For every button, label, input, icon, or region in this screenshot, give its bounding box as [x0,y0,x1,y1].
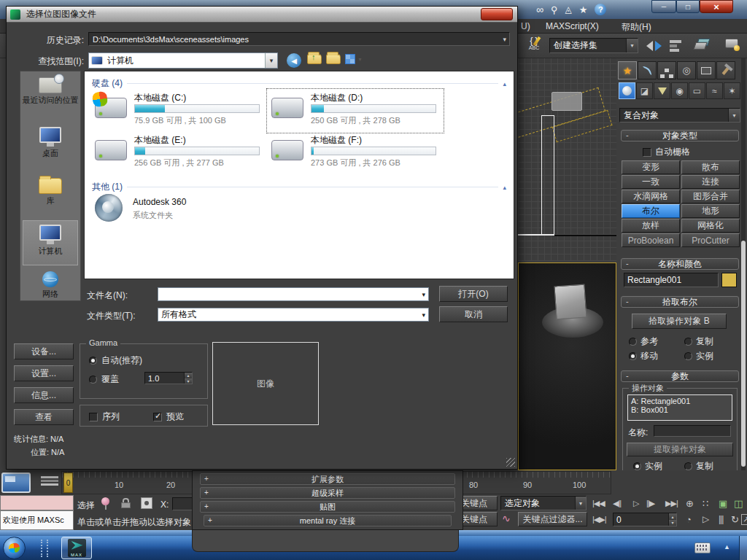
radio-extract-copy[interactable] [684,462,692,470]
cancel-button[interactable]: 取消 [439,306,508,322]
previous-frame-button[interactable]: ◀|| [613,499,621,508]
resize-grip[interactable] [506,458,515,467]
object-color-swatch[interactable] [721,273,737,287]
selection-set-dropdown[interactable]: 创建选择集 ▾ [549,38,638,53]
object-type-button[interactable]: 图形合并 [681,190,740,203]
go-to-end-button[interactable]: ▶▶| [665,499,678,508]
maxscript-listener-field[interactable]: 欢迎使用 MAXSc [0,510,74,530]
sidebar-item-network[interactable]: 网络 [20,271,80,300]
collapse-chevron-icon[interactable]: ▴ [503,184,506,191]
rollout-parameters[interactable]: - 参数 [621,370,739,382]
menu-item-fragment[interactable]: U) [521,21,530,31]
dropdown-arrow-icon[interactable]: ▾ [575,497,586,510]
object-type-button[interactable]: 水滴网格 [622,190,680,203]
transform-type-in-icon[interactable] [141,497,152,509]
time-slider[interactable]: 0 [63,472,73,493]
render-setup-icon[interactable] [725,39,741,53]
object-type-button[interactable]: 变形 [622,160,680,174]
input-method-icon[interactable] [694,542,711,553]
lookin-dropdown[interactable]: 计算机 ▾ [88,52,278,69]
key-mode-button[interactable]: |◀▶| [592,515,606,524]
object-type-button[interactable]: 连接 [681,175,740,189]
rollout-supersampling[interactable]: + 超级采样 [200,487,455,499]
dialog-titlebar[interactable]: 选择位图图像文件 [7,7,517,23]
sidebar-item-libraries[interactable]: 库 [20,178,80,206]
taskbar-app-3dsmax[interactable]: MAX [61,537,92,559]
tab-modify[interactable] [638,61,657,79]
filetype-dropdown[interactable]: 所有格式 ▾ [158,308,429,322]
operand-b[interactable]: B: Box001 [631,405,729,414]
systems-icon[interactable]: ✶ [724,82,740,99]
rollout-name-color[interactable]: - 名称和颜色 [621,258,739,270]
layers-icon[interactable] [694,39,711,53]
object-type-button[interactable]: 放样 [622,219,680,233]
trackbar-mode-icon[interactable] [41,475,60,489]
zoom-extents-all-icon[interactable]: ◫ [734,498,742,509]
radio-extract-instance[interactable] [633,462,641,470]
cameras-icon[interactable]: ◉ [671,82,688,99]
go-to-start-button[interactable]: |◀◀ [592,499,605,508]
info-button[interactable]: 信息... [14,387,74,403]
devices-button[interactable]: 设备... [14,343,74,359]
group-header-harddisks[interactable]: 硬盘 (4) ▴ [92,77,506,90]
command-panel-scrollbar[interactable] [741,58,746,494]
macro-recorder-field[interactable] [0,495,74,510]
tab-hierarchy[interactable] [657,61,676,79]
gamma-auto-radio[interactable] [89,357,97,365]
views-icon[interactable]: ▾ [345,54,364,66]
drive-item-c[interactable]: 本地磁盘 (C:) 75.9 GB 可用 , 共 100 GB [93,92,266,133]
shapes-icon[interactable]: ◪ [636,82,653,99]
perspective-viewport[interactable] [518,262,616,470]
dropdown-arrow-icon[interactable]: ▾ [422,291,425,298]
object-type-button[interactable]: ProBoolean [622,233,680,247]
next-frame-button[interactable]: ||▶ [646,499,654,508]
tab-utilities[interactable] [716,61,735,79]
spinner-up-icon[interactable]: ▴ [184,373,192,378]
radio-instance[interactable] [684,352,692,360]
selection-lock-icon[interactable] [121,498,131,508]
new-folder-icon[interactable] [326,54,341,66]
maximize-viewport-icon[interactable]: ↗ [741,514,747,525]
object-type-button[interactable]: ProCutter [681,233,740,247]
object-type-button-boolean[interactable]: 布尔 [622,204,680,218]
sidebar-item-recent[interactable]: 最近访问的位置 [20,77,80,106]
dropdown-arrow-icon[interactable]: ▾ [265,53,277,68]
radio-reference[interactable] [629,338,637,346]
selection-bracket-icon[interactable] [1,472,31,493]
tab-create[interactable]: ★ [618,61,637,79]
time-config-icon[interactable]: ◔ [686,514,691,525]
object-category-dropdown[interactable]: 复合对象 ▾ [619,108,740,122]
rollout-pick-boolean[interactable]: - 拾取布尔 [621,296,739,308]
autogrid-checkbox[interactable] [643,148,651,157]
mirror-icon[interactable] [646,39,662,52]
lights-icon[interactable] [654,82,670,99]
orbit-icon[interactable]: ↻ [731,514,738,525]
named-selection-icon[interactable]: { }ABC [524,36,544,56]
field-of-view-icon[interactable]: ▷ [703,514,708,524]
rollout-object-type[interactable]: - 对象类型 [621,130,739,141]
up-folder-icon[interactable]: ↑ [307,54,322,66]
drive-item-f[interactable]: 本地磁盘 (F:) 273 GB 可用 , 共 276 GB [270,134,442,175]
operand-name-field[interactable] [654,425,731,437]
rollout-extended-params[interactable]: + 扩展参数 [200,473,455,485]
show-desktop-button[interactable] [739,536,747,560]
isolate-selection-icon[interactable] [101,497,110,510]
setup-button[interactable]: 设置... [14,365,74,381]
key-filters-button[interactable]: 关键点过滤器... [518,512,587,526]
open-button[interactable]: 打开(O) [439,286,508,302]
search-icon[interactable]: ∞ [536,4,543,15]
sidebar-item-desktop[interactable]: 桌面 [20,127,80,159]
operand-a[interactable]: A: Rectangle001 [631,397,729,405]
tab-motion[interactable]: ◎ [677,61,696,79]
drive-item-d[interactable]: 本地磁盘 (D:) 250 GB 可用 , 共 278 GB [270,92,442,133]
frame-number-input[interactable]: 0 ▴ ▾ [613,513,677,526]
maximize-button[interactable]: □ [676,0,700,13]
gamma-override-radio[interactable] [89,376,97,384]
favorites-star-icon[interactable]: ★ [579,4,588,15]
play-button[interactable]: ▷ [633,499,638,508]
selected-object-dropdown[interactable]: 选定对象 ▾ [500,496,587,510]
geometry-icon[interactable] [619,82,635,99]
spinner-down-icon[interactable]: ▾ [184,378,192,384]
align-icon[interactable] [670,40,684,52]
radio-move[interactable] [629,352,637,360]
